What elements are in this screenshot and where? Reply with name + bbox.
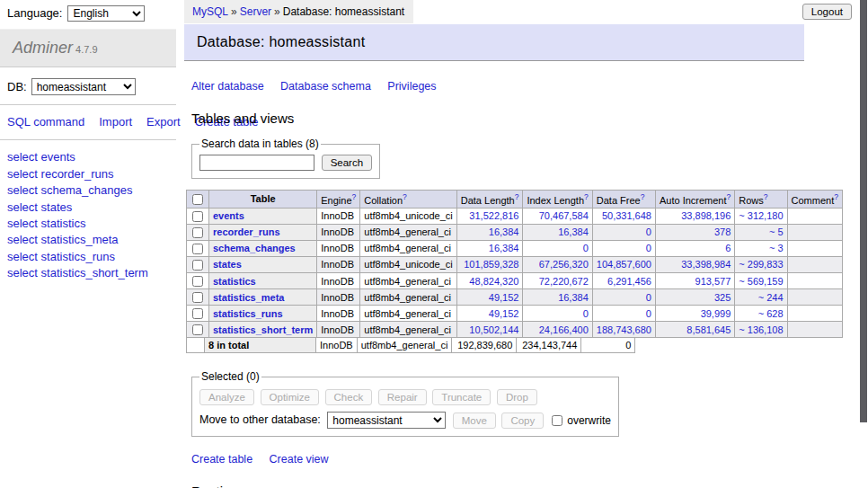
index-length-link[interactable]: 16,384 (558, 226, 589, 237)
app-name[interactable]: Adminer (13, 39, 73, 57)
index-length-link[interactable]: 24,166,400 (539, 324, 589, 335)
help-icon[interactable]: ? (584, 192, 589, 201)
rows-count-link[interactable]: ~ 5 (769, 226, 784, 237)
help-icon[interactable]: ? (515, 192, 519, 201)
help-icon[interactable]: ? (352, 192, 357, 201)
data-free-link[interactable]: 50,331,648 (602, 210, 651, 221)
auto-increment-link[interactable]: 378 (714, 226, 731, 237)
optimize-button[interactable]: Optimize (261, 389, 319, 405)
sidebar-item-select-events[interactable]: select events (7, 149, 169, 165)
rows-count-link[interactable]: ~ 299,833 (739, 259, 783, 270)
row-checkbox[interactable] (192, 244, 203, 254)
auto-increment-link[interactable]: 8,581,645 (686, 324, 731, 335)
table-link[interactable]: statistics_short_term (213, 324, 313, 335)
overwrite-checkbox[interactable] (552, 415, 562, 426)
vertical-scrollbar-thumb[interactable] (860, 0, 867, 422)
table-link[interactable]: statistics_runs (213, 308, 283, 319)
help-icon[interactable]: ? (641, 192, 645, 201)
auto-increment-link[interactable]: 913,577 (695, 276, 731, 287)
data-free-link[interactable]: 0 (646, 292, 651, 303)
data-length-link[interactable]: 10,502,144 (469, 324, 518, 335)
data-free-link[interactable]: 6,291,456 (607, 276, 651, 287)
data-length-link[interactable]: 16,384 (489, 243, 519, 253)
move-database-select[interactable]: homeassistant (327, 412, 446, 429)
database-schema-link[interactable]: Database schema (280, 80, 371, 93)
table-link[interactable]: schema_changes (213, 243, 296, 253)
sidebar-item-select-schema-changes[interactable]: select schema_changes (7, 182, 169, 199)
search-button[interactable]: Search (322, 155, 372, 171)
row-checkbox[interactable] (192, 211, 203, 222)
table-link[interactable]: statistics_meta (213, 292, 285, 303)
index-length-link[interactable]: 67,256,320 (539, 259, 589, 270)
table-link[interactable]: statistics (213, 276, 256, 287)
row-checkbox[interactable] (192, 260, 203, 271)
index-length-link[interactable]: 0 (583, 243, 589, 253)
drop-button[interactable]: Drop (497, 389, 537, 405)
search-input[interactable] (199, 155, 314, 171)
data-length-link[interactable]: 48,824,320 (469, 276, 518, 287)
row-checkbox[interactable] (192, 227, 203, 238)
db-select[interactable]: homeassistant (31, 78, 136, 95)
rows-count-link[interactable]: ~ 244 (758, 292, 784, 303)
help-icon[interactable]: ? (727, 192, 731, 201)
alter-database-link[interactable]: Alter database (191, 80, 264, 93)
sidebar-item-select-statistics-short-term[interactable]: select statistics_short_term (7, 265, 169, 281)
truncate-button[interactable]: Truncate (432, 389, 491, 405)
index-length-link[interactable]: 70,467,584 (539, 210, 589, 221)
logout-button[interactable]: Logout (802, 4, 852, 20)
data-length-link[interactable]: 49,152 (489, 292, 519, 303)
auto-increment-link[interactable]: 39,999 (701, 308, 731, 319)
data-length-link[interactable]: 49,152 (489, 308, 519, 319)
data-length-link[interactable]: 31,522,816 (469, 210, 518, 221)
sidebar-item-select-recorder-runs[interactable]: select recorder_runs (7, 166, 169, 182)
analyze-button[interactable]: Analyze (199, 389, 254, 405)
data-free-link[interactable]: 0 (646, 226, 651, 237)
rows-count-link[interactable]: ~ 136,108 (739, 324, 783, 335)
data-free-link[interactable]: 0 (646, 243, 651, 253)
data-length-link[interactable]: 101,859,328 (464, 259, 518, 270)
table-link[interactable]: events (213, 210, 244, 221)
sidebar-item-select-statistics-meta[interactable]: select statistics_meta (7, 232, 169, 248)
auto-increment-link[interactable]: 325 (714, 292, 731, 303)
rows-count-link[interactable]: ~ 3 (769, 243, 784, 253)
data-free-link[interactable]: 104,857,600 (597, 259, 651, 270)
data-free-link[interactable]: 188,743,680 (597, 324, 651, 335)
row-checkbox[interactable] (192, 308, 203, 319)
select-all-checkbox[interactable] (192, 194, 203, 205)
sidebar-import-link[interactable]: Import (99, 115, 132, 129)
language-select[interactable]: English (67, 5, 145, 22)
table-link[interactable]: states (213, 259, 242, 270)
index-length-link[interactable]: 72,220,672 (539, 276, 589, 287)
data-free-link[interactable]: 0 (646, 308, 651, 319)
index-length-link[interactable]: 16,384 (558, 292, 589, 303)
index-length-link[interactable]: 0 (583, 308, 589, 319)
breadcrumb-server-link[interactable]: Server (240, 5, 271, 18)
data-length-link[interactable]: 16,384 (489, 226, 519, 237)
sidebar-item-select-statistics[interactable]: select statistics (7, 216, 169, 232)
table-link[interactable]: recorder_runs (213, 226, 280, 237)
auto-increment-link[interactable]: 6 (725, 243, 731, 253)
create-view-link[interactable]: Create view (270, 453, 329, 466)
auto-increment-link[interactable]: 33,898,196 (681, 210, 731, 221)
sidebar-export-link[interactable]: Export (146, 115, 181, 129)
breadcrumb-mysql-link[interactable]: MySQL (192, 5, 228, 18)
sidebar-sql-command-link[interactable]: SQL command (7, 115, 84, 129)
check-button[interactable]: Check (325, 389, 373, 405)
create-table-link[interactable]: Create table (191, 453, 252, 466)
row-checkbox[interactable] (192, 324, 203, 335)
help-icon[interactable]: ? (764, 192, 768, 201)
row-checkbox[interactable] (192, 276, 203, 287)
auto-increment-link[interactable]: 33,398,984 (681, 259, 731, 270)
sidebar-item-select-states[interactable]: select states (7, 200, 169, 216)
rows-count-link[interactable]: ~ 312,180 (739, 210, 783, 221)
privileges-link[interactable]: Privileges (387, 80, 436, 93)
help-icon[interactable]: ? (403, 192, 407, 201)
move-button[interactable]: Move (453, 413, 496, 429)
repair-button[interactable]: Repair (378, 389, 427, 405)
app-version[interactable]: 4.7.9 (75, 44, 97, 55)
rows-count-link[interactable]: ~ 569,159 (739, 276, 783, 287)
row-checkbox[interactable] (192, 292, 203, 303)
sidebar-item-select-statistics-runs[interactable]: select statistics_runs (7, 249, 169, 265)
help-icon[interactable]: ? (834, 192, 838, 201)
copy-button[interactable]: Copy (501, 413, 544, 429)
